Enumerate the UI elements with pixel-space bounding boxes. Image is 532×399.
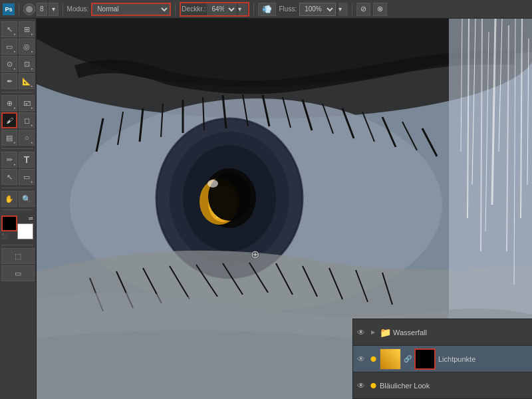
main-layout: ↖▸ ⊞▸ ▭▸ ◎▸ ⊙▸ ⊡▸ ✒ 📐▸ ⊕▸ 🖃▸ 🖌 ◻▸ xyxy=(0,19,532,399)
opacity-label: Deckkr.: xyxy=(182,5,205,13)
tool-row-9: ↖ ▭▸ xyxy=(1,169,35,185)
tool-quick-select[interactable]: ⊙▸ xyxy=(1,56,17,72)
layer-chain-lichtpunkte: 🔗 xyxy=(404,355,410,362)
separator-3 xyxy=(175,3,176,15)
opacity-group: Deckkr.: 64% ▾ xyxy=(180,2,249,17)
tool-row-7: ▤▸ ○▸ xyxy=(1,130,35,146)
tool-eyedropper[interactable]: ✒ xyxy=(1,73,17,89)
airbrush-btn[interactable]: 💨 xyxy=(258,3,276,16)
tool-row-8: ✏▸ T xyxy=(1,152,35,168)
brush-preview xyxy=(23,3,35,15)
tool-row-2: ▭▸ ◎▸ xyxy=(1,39,35,55)
tool-dodge[interactable]: ○▸ xyxy=(19,130,35,146)
tool-shape[interactable]: ▭▸ xyxy=(19,169,35,185)
layer-indent-lichtpunkte: ⬤ xyxy=(369,355,377,363)
tool-lasso[interactable]: ◎▸ xyxy=(19,39,35,55)
tool-eraser[interactable]: ◻▸ xyxy=(19,112,35,128)
separator-tools-3 xyxy=(1,188,33,188)
tool-healing[interactable]: ⊕▸ xyxy=(1,95,17,111)
tool-row-4: ✒ 📐▸ xyxy=(1,73,35,89)
brush-size-input[interactable]: 8 xyxy=(37,3,47,16)
svg-point-14 xyxy=(207,180,218,188)
separator-2 xyxy=(63,3,63,15)
separator-tools-1 xyxy=(1,92,33,92)
color-swatches: ⬛ ⇄ xyxy=(1,215,33,239)
tool-type[interactable]: T xyxy=(19,152,35,168)
tool-path-select[interactable]: ↖ xyxy=(1,169,17,185)
tool-zoom[interactable]: 🔍 xyxy=(19,191,35,207)
background-color-swatch[interactable] xyxy=(17,223,33,239)
layer-row-lichtpunkte[interactable]: 👁 ⬤ 🔗 Lichtpunkte xyxy=(353,346,532,372)
layer-name-blaeulicher: Bläulicher Look xyxy=(380,382,529,390)
layer-mask-lichtpunkte[interactable] xyxy=(414,348,436,370)
tool-clone[interactable]: 🖃▸ xyxy=(19,95,35,111)
layer-visibility-lichtpunkte[interactable]: 👁 xyxy=(356,354,366,364)
tool-ruler[interactable]: 📐▸ xyxy=(19,73,35,89)
tool-row-5: ⊕▸ 🖃▸ xyxy=(1,95,35,111)
tool-row-10: ✋ 🔍 xyxy=(1,191,35,207)
tool-quick-mask[interactable]: ⬚ xyxy=(1,248,35,264)
separator-tools-2 xyxy=(1,148,33,149)
layer-expand-wasserfall[interactable]: ▶ xyxy=(369,329,377,336)
swap-colors-btn[interactable]: ⇄ xyxy=(29,215,33,221)
tool-row-11: ⬚ xyxy=(1,248,35,264)
separator-tools-5 xyxy=(1,245,33,245)
brush-size-dropdown[interactable]: ▾ xyxy=(49,3,59,16)
tool-hand[interactable]: ✋ xyxy=(1,191,17,207)
layers-panel: 👁 ▶ 📁 Wasserfall 👁 ⬤ 🔗 Lichtpunkt xyxy=(352,319,532,399)
opacity-select[interactable]: 64% xyxy=(207,3,237,15)
brush-size-container: 8 ▾ xyxy=(23,3,59,16)
canvas-area[interactable]: ⊕ 👁 ▶ 📁 Wasserfall 👁 ⬤ 🔗 xyxy=(37,19,532,399)
tool-row-1: ↖▸ ⊞▸ xyxy=(1,21,35,37)
flow-select[interactable]: 100% xyxy=(299,3,336,16)
separator-4 xyxy=(253,3,254,15)
tool-marquee-rect[interactable]: ▭▸ xyxy=(1,39,17,55)
tablet-pressure-size[interactable]: ⊗ xyxy=(373,3,387,16)
tablet-pressure-opacity[interactable]: ⊘ xyxy=(356,3,370,16)
tool-crop[interactable]: ⊡▸ xyxy=(19,56,35,72)
ps-logo: Ps xyxy=(3,3,15,15)
flow-label: Fluss: xyxy=(279,5,297,13)
tool-screen-mode[interactable]: ▭ xyxy=(1,265,35,281)
layer-visibility-blaeulicher[interactable]: 👁 xyxy=(356,380,366,391)
top-toolbar: Ps 8 ▾ Modus: Normal Deckkr.: 64% ▾ 💨 Fl… xyxy=(0,0,532,19)
tool-row-12: ▭ xyxy=(1,265,35,281)
tool-row-3: ⊙▸ ⊡▸ xyxy=(1,56,35,72)
left-sidebar: ↖▸ ⊞▸ ▭▸ ◎▸ ⊙▸ ⊡▸ ✒ 📐▸ ⊕▸ 🖃▸ 🖌 ◻▸ xyxy=(0,19,37,399)
tool-row-6: 🖌 ◻▸ xyxy=(1,112,35,128)
separator-5 xyxy=(352,3,352,15)
tool-move[interactable]: ↖▸ xyxy=(1,21,17,37)
foreground-color-swatch[interactable] xyxy=(1,215,17,231)
layer-name-lichtpunkte: Lichtpunkte xyxy=(438,355,529,363)
layer-link-wasserfall: 📁 xyxy=(380,327,390,338)
layer-row-blaeulicher[interactable]: 👁 ⬤ Bläulicher Look xyxy=(353,372,532,399)
layer-indent-blaeulicher: ⬤ xyxy=(369,382,377,390)
modus-select[interactable]: Normal xyxy=(91,3,171,16)
separator-tools-4 xyxy=(1,209,33,210)
layer-row-wasserfall[interactable]: 👁 ▶ 📁 Wasserfall xyxy=(353,319,532,346)
tool-pen[interactable]: ✏▸ xyxy=(1,152,17,168)
layer-name-wasserfall: Wasserfall xyxy=(393,329,529,336)
layer-thumb-lichtpunkte xyxy=(380,348,401,370)
tool-brush[interactable]: 🖌 xyxy=(1,112,17,128)
reset-colors-btn[interactable]: ⬛ xyxy=(1,233,8,239)
tool-artboard[interactable]: ⊞▸ xyxy=(19,21,35,37)
modus-label: Modus: xyxy=(67,5,89,13)
opacity-dropdown[interactable]: ▾ xyxy=(238,3,247,15)
separator-1 xyxy=(19,3,19,15)
tool-gradient[interactable]: ▤▸ xyxy=(1,130,17,146)
layer-visibility-wasserfall[interactable]: 👁 xyxy=(356,327,366,338)
flow-dropdown[interactable]: ▾ xyxy=(338,3,348,16)
folder-icon-wasserfall: 📁 xyxy=(380,327,391,338)
